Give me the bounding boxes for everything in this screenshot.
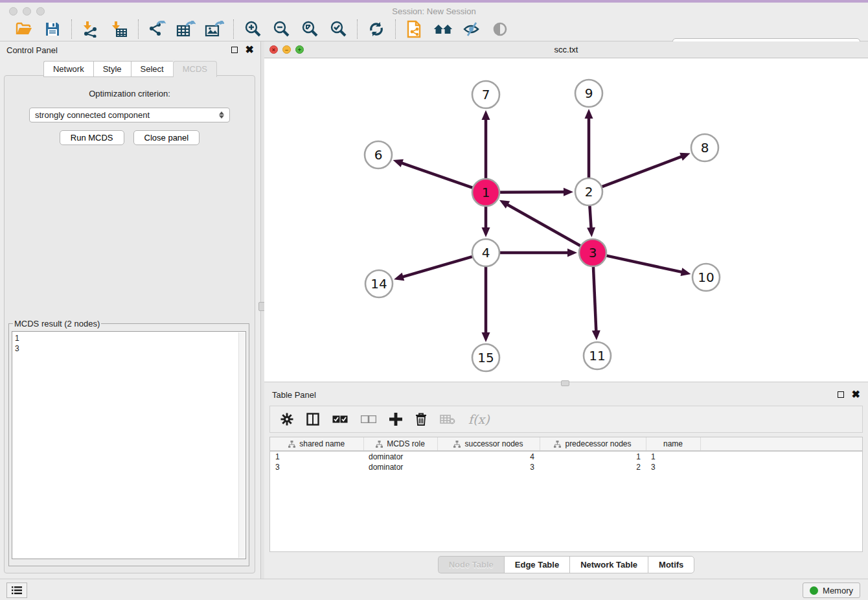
table-panel-tabs: Node TableEdge TableNetwork TableMotifs — [264, 556, 868, 573]
table-settings-gear-icon[interactable] — [280, 413, 293, 426]
arrowhead-4-14 — [394, 273, 404, 281]
tab-mcds[interactable]: MCDS — [173, 61, 217, 77]
memory-button[interactable]: Memory — [803, 583, 860, 598]
node-label-9: 9 — [585, 86, 593, 101]
column-label: shared name — [299, 439, 345, 448]
cell-successor-nodes[interactable]: 3 — [437, 462, 540, 472]
mcds-result-textarea[interactable]: 13 — [12, 331, 246, 559]
close-panel-button[interactable]: Close panel — [133, 130, 200, 145]
cell-MCDS-role[interactable]: dominator — [363, 451, 437, 462]
close-table-panel-icon[interactable]: ✖ — [852, 391, 860, 398]
export-image-icon[interactable] — [205, 19, 224, 39]
zoom-fit-icon[interactable] — [300, 19, 319, 39]
edge-3-10[interactable] — [606, 256, 682, 272]
arrowhead-1-6 — [393, 159, 404, 167]
duplicate-network-icon[interactable] — [405, 19, 424, 39]
import-table-icon[interactable] — [109, 19, 129, 39]
cell-MCDS-role[interactable]: dominator — [363, 462, 437, 472]
sort-hierarchy-icon — [554, 441, 561, 448]
column-header-shared-name[interactable]: shared name — [270, 437, 363, 451]
column-header-predecessor-nodes[interactable]: predecessor nodes — [540, 437, 646, 451]
list-icon — [12, 586, 22, 595]
task-history-button[interactable] — [6, 583, 27, 598]
tab-edge-table[interactable]: Edge Table — [504, 556, 569, 573]
node-label-7: 7 — [482, 87, 490, 102]
tab-motifs[interactable]: Motifs — [648, 556, 694, 573]
tab-select[interactable]: Select — [131, 61, 173, 77]
column-header-successor-nodes[interactable]: successor nodes — [437, 437, 540, 451]
tab-network-table[interactable]: Network Table — [569, 556, 648, 573]
save-session-icon[interactable] — [43, 19, 62, 39]
edge-4-14[interactable] — [402, 257, 472, 277]
export-network-icon[interactable] — [148, 19, 167, 39]
table-row[interactable]: 1dominator411 — [270, 451, 862, 462]
edge-3-1[interactable] — [507, 204, 580, 246]
node-label-3: 3 — [589, 245, 597, 260]
column-header-MCDS-role[interactable]: MCDS role — [363, 437, 437, 451]
zoom-in-icon[interactable] — [243, 19, 262, 39]
float-panel-icon[interactable] — [231, 47, 238, 53]
float-table-panel-icon[interactable] — [838, 391, 844, 398]
cell-successor-nodes[interactable]: 4 — [437, 451, 540, 462]
network-graph[interactable]: 7968124314101511 — [264, 58, 868, 382]
column-layout-icon[interactable] — [306, 413, 319, 426]
network-minimize-button[interactable]: – — [282, 45, 291, 54]
run-mcds-button[interactable]: Run MCDS — [60, 130, 124, 145]
arrowhead-4-3 — [567, 249, 577, 257]
node-table[interactable]: shared nameMCDS rolesuccessor nodesprede… — [269, 437, 863, 552]
cell-name[interactable]: 3 — [646, 462, 700, 472]
result-scrollbar[interactable] — [238, 332, 245, 558]
zoom-selected-icon[interactable] — [328, 19, 348, 39]
tab-network[interactable]: Network — [43, 61, 93, 77]
deselect-all-columns-icon[interactable] — [361, 415, 376, 423]
node-label-2: 2 — [585, 184, 593, 200]
sort-hierarchy-icon — [376, 441, 383, 448]
network-canvas[interactable]: 7968124314101511 — [264, 58, 868, 382]
edge-3-11[interactable] — [593, 267, 596, 332]
application-window: Session: New Session — [0, 0, 868, 600]
zoom-out-icon[interactable] — [271, 19, 291, 39]
network-maximize-button[interactable]: + — [295, 45, 304, 54]
tab-style[interactable]: Style — [93, 61, 131, 77]
splitter-grip[interactable] — [561, 380, 569, 386]
arrowhead-2-9 — [585, 109, 593, 119]
cell-shared-name[interactable]: 3 — [270, 462, 363, 472]
cell-predecessor-nodes[interactable]: 2 — [540, 462, 646, 472]
cell-name[interactable]: 1 — [646, 451, 700, 462]
edge-1-6[interactable] — [401, 163, 472, 188]
import-network-icon[interactable] — [81, 19, 100, 39]
delete-column-trash-icon[interactable] — [415, 413, 427, 426]
toggle-visibility-icon[interactable] — [462, 19, 481, 39]
add-column-icon[interactable] — [389, 413, 402, 426]
result-line: 3 — [15, 343, 243, 354]
arrowhead-3-11 — [592, 330, 600, 340]
arrowhead-1-7 — [482, 110, 490, 120]
cell-shared-name[interactable]: 1 — [270, 451, 363, 462]
control-panel: Control Panel ✖ NetworkStyleSelectMCDS O… — [0, 41, 260, 579]
open-session-icon[interactable] — [14, 19, 34, 39]
eye-disabled-icon[interactable] — [490, 19, 510, 39]
column-header-name[interactable]: name — [646, 437, 700, 451]
criterion-dropdown[interactable]: strongly connected component — [29, 108, 230, 122]
chevron-updown-icon — [219, 111, 224, 119]
table-row[interactable]: 3dominator323 — [270, 462, 862, 472]
optimization-criterion-label: Optimization criterion: — [5, 89, 255, 98]
control-panel-title: Control Panel — [6, 45, 58, 55]
edge-1-2[interactable] — [500, 192, 565, 192]
result-line: 1 — [15, 333, 243, 343]
main-toolbar — [0, 17, 868, 41]
cell-predecessor-nodes[interactable]: 1 — [540, 451, 646, 462]
select-all-columns-icon[interactable] — [332, 415, 348, 423]
refresh-icon[interactable] — [367, 19, 386, 39]
export-table-icon[interactable] — [176, 19, 196, 39]
criterion-dropdown-value: strongly connected component — [35, 110, 219, 120]
network-close-button[interactable]: × — [269, 45, 278, 54]
edge-2-8[interactable] — [602, 156, 683, 187]
home-icon[interactable] — [433, 19, 453, 39]
edge-2-3[interactable] — [589, 206, 591, 229]
mcds-tab-content: Optimization criterion: strongly connect… — [4, 75, 255, 573]
column-label: name — [663, 439, 683, 448]
close-panel-icon[interactable]: ✖ — [246, 47, 254, 53]
arrowhead-4-15 — [482, 332, 490, 342]
tab-node-table[interactable]: Node Table — [438, 556, 504, 573]
